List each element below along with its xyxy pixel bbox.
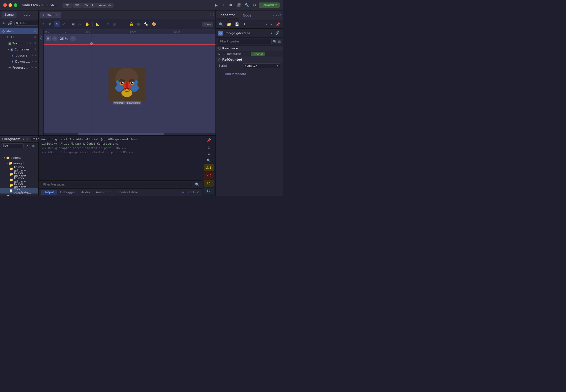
grid-tool[interactable]: ⊞ (111, 21, 117, 27)
nav-back-icon[interactable]: ‹ (273, 14, 274, 17)
tab-import[interactable]: Import (17, 12, 33, 18)
tree-item-texture[interactable]: ▦ Textur... ⚡ ✎ 👁 (0, 40, 38, 46)
list-item-gdext[interactable]: 📄 iree-gd.gdexte... (0, 188, 38, 194)
tab-scene[interactable]: Scene (2, 12, 17, 18)
zoom-out-button[interactable]: − (52, 36, 58, 41)
section-refcounted[interactable]: ⬡ RefCounted (216, 57, 283, 63)
stop-button[interactable]: ⏹ (228, 2, 234, 8)
script-value-field[interactable]: <empty> ▾ (242, 63, 280, 68)
paint-tool[interactable]: 🎨 (150, 21, 158, 27)
filter-properties-input[interactable] (218, 39, 272, 44)
console-pin-button[interactable]: 📌 (205, 137, 212, 143)
filter-search-icon[interactable]: 🔍 (273, 40, 277, 44)
inspect-object-button[interactable]: 🔍 (217, 22, 225, 27)
select-tool[interactable]: ↖ (41, 21, 47, 27)
fs-filter-btn[interactable]: ⊞ (31, 143, 36, 148)
fs-forward-button[interactable]: › (26, 136, 30, 141)
tab-debugger[interactable]: Debugger (57, 190, 78, 195)
filter-messages-input[interactable] (41, 182, 193, 187)
add-node-button[interactable]: + (1, 20, 6, 26)
list-item-addons[interactable]: ▾ 📁 addons (0, 155, 38, 160)
pin-button[interactable]: 📌 (274, 22, 281, 27)
visibility-icon[interactable]: 👁 (34, 48, 37, 51)
tab-inspector[interactable]: Inspector (216, 12, 239, 19)
resource-link-button[interactable]: 🔗 (274, 30, 281, 36)
movie-button[interactable]: 🎬 (235, 2, 242, 8)
more-button[interactable]: ⋮ (241, 22, 248, 27)
pan-tool[interactable]: ✋ (83, 21, 91, 27)
resource-expand-icon[interactable]: ▾ (271, 31, 272, 35)
play-button[interactable]: ▶ (214, 2, 219, 8)
visibility-icon[interactable]: 👁 (34, 60, 37, 63)
settings-button[interactable]: ⚙ (252, 2, 258, 8)
list-item-lib1[interactable]: 📁 libiree-gd.darw... (0, 166, 38, 171)
scale-tool[interactable]: ⤢ (61, 21, 66, 27)
horizontal-scrollbar[interactable] (44, 133, 215, 135)
tab-close-icon[interactable]: ✕ (56, 13, 58, 16)
transform-tool[interactable]: ⊹ (77, 21, 83, 27)
mode-3d-button[interactable]: 3D (72, 3, 82, 8)
list-item-lib3[interactable]: 📁 libiree-gd.darw... (0, 177, 38, 182)
zoom-fit-button[interactable]: ⊞ (46, 36, 51, 41)
nav-refresh-icon[interactable]: ↺ (278, 14, 281, 17)
console-copy-button[interactable]: ⎘ (206, 144, 211, 150)
upscale-button[interactable]: UPSCALE (113, 101, 125, 104)
rotate-tool[interactable]: ↻ (54, 21, 60, 27)
console-filter-button[interactable]: ≡ (206, 151, 211, 157)
info-count-button[interactable]: ℹ 2 (204, 188, 214, 194)
error-count-button[interactable]: ✕ 0 (204, 172, 214, 179)
renderer-select[interactable]: Forward+ ▾ (259, 2, 280, 8)
add-metadata-button[interactable]: + Add Metadata (216, 69, 283, 79)
scene-menu-icon[interactable]: ⋮ (33, 13, 37, 17)
more-tool[interactable]: ⋮ (118, 21, 124, 27)
mode-2d-button[interactable]: 2D (63, 3, 72, 8)
mode-script-button[interactable]: Script (82, 3, 96, 8)
tree-item-downscale[interactable]: ⬇ Downscal... ⚡ 👁 (0, 58, 38, 65)
list-item-lib2[interactable]: 📁 libiree-gd.darw... (0, 171, 38, 177)
tree-item-main[interactable]: ○ Main 👁 (0, 28, 38, 34)
minimize-button[interactable] (9, 3, 12, 7)
visibility-icon[interactable]: 👁 (34, 42, 37, 45)
move-tool[interactable]: ✥ (47, 21, 53, 27)
tab-animation[interactable]: Animation (93, 190, 114, 195)
console-search-button[interactable]: 🔍 (205, 158, 212, 163)
mode-assetlib-button[interactable]: AssetLib (96, 3, 113, 8)
link-node-button[interactable]: 🔗 (7, 20, 14, 26)
viewport[interactable]: -500 0 500 1000 1500 -500 ⊞ − 25 % + ✛ (39, 29, 215, 135)
tab-node[interactable]: Node (239, 12, 255, 19)
zoom-in-button[interactable]: + (70, 36, 76, 41)
tree-item-progressbar[interactable]: ▬ ProgressBar ✎ 👁 (0, 65, 38, 71)
save-button[interactable]: 💾 (233, 22, 241, 27)
tab-output[interactable]: Output (41, 190, 57, 195)
maximize-button[interactable] (14, 3, 17, 7)
script-dropdown-icon[interactable]: ▾ (277, 64, 278, 67)
pause-button[interactable]: ⏸ (220, 2, 227, 8)
dots-tool[interactable]: ⣿ (105, 21, 110, 27)
tree-item-ui[interactable]: ▾ ☐ UI 👁 (0, 34, 38, 40)
list-item-lib4[interactable]: 📁 libiree-gd.darw... (0, 182, 38, 188)
visibility-icon[interactable]: 👁 (34, 66, 37, 69)
list-item-iree-gd[interactable]: ▾ 📁 iree-gd (0, 160, 38, 166)
warning-count-button[interactable]: ⚠ 1 (204, 164, 214, 171)
history-forward-button[interactable]: › (269, 22, 273, 27)
fs-clear-search[interactable]: ✕ (25, 143, 30, 148)
tab-audio[interactable]: Audio (79, 190, 93, 195)
alert-count-button[interactable]: ! 0 (204, 180, 214, 187)
tab-shader-editor[interactable]: Shader Editor (115, 190, 141, 195)
rect-tool[interactable]: ▣ (70, 21, 76, 27)
visibility-icon[interactable]: 👁 (34, 30, 37, 33)
settings-icon[interactable]: ⚙ (197, 191, 200, 194)
folder-button[interactable]: 📁 (225, 22, 233, 27)
visibility-icon[interactable]: 👁 (34, 54, 37, 57)
tab-main[interactable]: ○ main ✕ (40, 12, 61, 18)
fs-search-input[interactable] (2, 143, 24, 148)
tree-item-container[interactable]: ▾ ▣ Container 👁 (0, 46, 38, 52)
history-back-button[interactable]: ‹ (265, 22, 268, 27)
downscale-button[interactable]: DOWNSCALE (126, 101, 141, 104)
ruler-tool[interactable]: 📐 (94, 21, 101, 27)
fs-back-button[interactable]: ‹ (21, 136, 25, 141)
view-button[interactable]: View (202, 22, 213, 27)
debug-button[interactable]: 🔧 (243, 2, 250, 8)
scene-filter-input[interactable] (20, 22, 37, 25)
filter-search-icon[interactable]: 🔍 (195, 182, 200, 187)
